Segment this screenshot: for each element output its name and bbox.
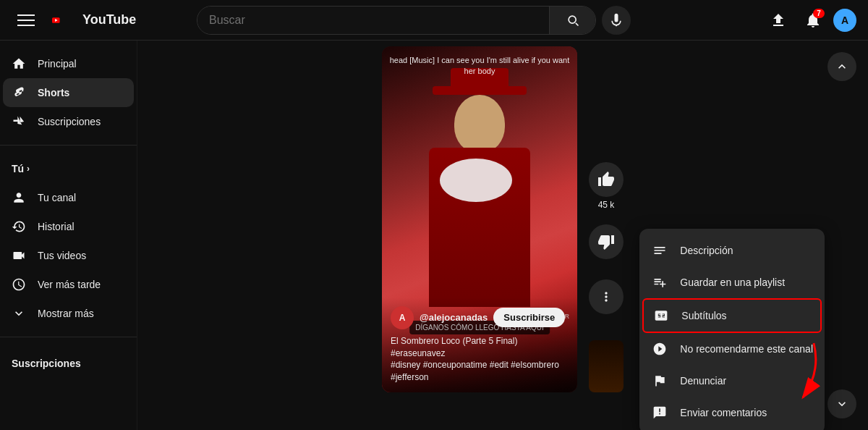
- clock-icon: [12, 277, 26, 292]
- notifications-button[interactable]: 7: [799, 6, 827, 35]
- main-layout: Principal Shorts Suscripciones Tú › Tu c…: [0, 41, 868, 430]
- dislike-icon-wrap: [589, 224, 624, 259]
- flag-icon: [651, 372, 668, 389]
- search-bar: [197, 6, 596, 35]
- search-input[interactable]: [197, 7, 549, 34]
- sidebar-item-historial[interactable]: Historial: [3, 212, 134, 241]
- logo-text: YouTube: [82, 12, 136, 28]
- video-overlay-text: head [Music] I can see you I'm still ali…: [382, 52, 577, 80]
- sidebar-item-suscripciones[interactable]: Suscripciones: [3, 107, 134, 136]
- channel-row: A @alejocanadas Suscribirse: [391, 306, 569, 329]
- like-icon-wrap: [589, 162, 624, 197]
- sidebar-label-suscripciones: Suscripciones: [38, 116, 101, 127]
- menu-item-descripcion[interactable]: Descripción: [639, 235, 825, 266]
- channel-name: @alejocanadas: [420, 312, 488, 323]
- shorts-icon: [12, 85, 26, 100]
- sidebar-label-principal: Principal: [38, 58, 77, 69]
- next-video-thumb[interactable]: [589, 340, 624, 392]
- video-card: head [Music] I can see you I'm still ali…: [382, 46, 577, 392]
- video-icon: [12, 248, 26, 263]
- menu-label-denunciar: Denunciar: [680, 375, 726, 387]
- descripcion-icon: [651, 242, 668, 259]
- more-vert-icon: [599, 290, 613, 304]
- menu-label-descripcion: Descripción: [680, 245, 733, 256]
- avatar-button[interactable]: A: [833, 9, 856, 32]
- sidebar-label-tu-canal: Tu canal: [38, 192, 76, 203]
- feedback-icon: [651, 404, 668, 421]
- expand-icon: [12, 306, 26, 321]
- subscriptions-icon: [12, 114, 26, 129]
- menu-item-denunciar[interactable]: Denunciar: [639, 365, 825, 397]
- sidebar-label-ver-mas-tarde: Ver más tarde: [38, 279, 101, 290]
- menu-item-subtitulos[interactable]: Subtítulos: [642, 298, 822, 333]
- sidebar-label-shorts: Shorts: [38, 87, 69, 98]
- menu-label-no-recomendar: No recomendarme este canal: [680, 343, 813, 355]
- sidebar-item-principal[interactable]: Principal: [3, 49, 134, 78]
- history-icon: [12, 219, 26, 234]
- like-count: 45 k: [598, 200, 615, 210]
- sidebar-item-tus-videos[interactable]: Tus videos: [3, 241, 134, 270]
- menu-label-guardar-playlist: Guardar en una playlist: [680, 277, 785, 288]
- subtitles-icon: [652, 307, 670, 324]
- shorts-player-wrap: head [Music] I can see you I'm still ali…: [382, 46, 624, 392]
- chevron-right-icon: ›: [27, 164, 30, 174]
- menu-label-subtitulos: Subtítulos: [681, 310, 726, 321]
- more-options-button[interactable]: [589, 279, 624, 314]
- block-icon: [651, 340, 668, 358]
- svg-rect-1: [17, 20, 35, 21]
- nav-down-button[interactable]: [827, 389, 856, 418]
- dislike-button[interactable]: [589, 224, 624, 259]
- video-description: El Sombrero Loco (Parte 5 Final) #eraseu…: [391, 335, 569, 384]
- menu-button[interactable]: [12, 6, 41, 35]
- home-icon: [12, 56, 26, 71]
- content-area: head [Music] I can see you I'm still ali…: [137, 41, 868, 430]
- sidebar-divider-2: [0, 337, 137, 337]
- sidebar-you[interactable]: Tú ›: [3, 154, 134, 183]
- sidebar-item-mostrar-mas[interactable]: Mostrar más: [3, 299, 134, 328]
- channel-overlay: A @alejocanadas Suscribirse El Sombrero …: [382, 298, 577, 392]
- person-icon: [12, 190, 26, 205]
- header-center: [197, 6, 631, 35]
- thumbs-up-icon: [597, 171, 615, 188]
- subscribe-button[interactable]: Suscribirse: [493, 308, 565, 327]
- upload-button[interactable]: [764, 6, 793, 35]
- mic-button[interactable]: [602, 6, 631, 35]
- playlist-add-icon: [651, 274, 668, 291]
- header-left: YouTube: [12, 6, 185, 35]
- shorts-container: head [Music] I can see you I'm still ali…: [382, 41, 624, 430]
- side-actions: 45 k: [589, 46, 624, 392]
- sidebar-divider-1: [0, 145, 137, 146]
- sidebar-label-historial: Historial: [38, 221, 75, 232]
- sidebar: Principal Shorts Suscripciones Tú › Tu c…: [0, 41, 137, 430]
- header-right: 7 A: [764, 6, 856, 35]
- menu-item-enviar-comentarios[interactable]: Enviar comentarios: [639, 397, 825, 429]
- suscripciones-title: Suscripciones: [0, 346, 137, 375]
- context-menu: Descripción Guardar en una playlist Subt…: [639, 229, 825, 430]
- header: YouTube 7 A: [0, 0, 868, 41]
- notification-badge: 7: [813, 9, 825, 18]
- you-label: Tú: [12, 163, 24, 174]
- sidebar-label-tus-videos: Tus videos: [38, 250, 86, 261]
- like-button[interactable]: 45 k: [589, 162, 624, 210]
- menu-item-no-recomendar[interactable]: No recomendarme este canal: [639, 333, 825, 365]
- thumbs-down-icon: [597, 233, 615, 250]
- sidebar-item-tu-canal[interactable]: Tu canal: [3, 183, 134, 212]
- channel-avatar: A: [391, 306, 414, 329]
- menu-label-enviar-comentarios: Enviar comentarios: [680, 407, 767, 418]
- sidebar-item-shorts[interactable]: Shorts: [3, 78, 134, 107]
- sidebar-item-ver-mas-tarde[interactable]: Ver más tarde: [3, 270, 134, 299]
- svg-rect-2: [17, 25, 35, 26]
- nav-up-button[interactable]: [827, 52, 856, 81]
- search-button[interactable]: [549, 6, 595, 35]
- youtube-logo[interactable]: YouTube: [52, 12, 136, 29]
- menu-item-guardar-playlist[interactable]: Guardar en una playlist: [639, 266, 825, 298]
- svg-rect-0: [17, 14, 35, 16]
- sidebar-label-mostrar-mas: Mostrar más: [38, 308, 94, 319]
